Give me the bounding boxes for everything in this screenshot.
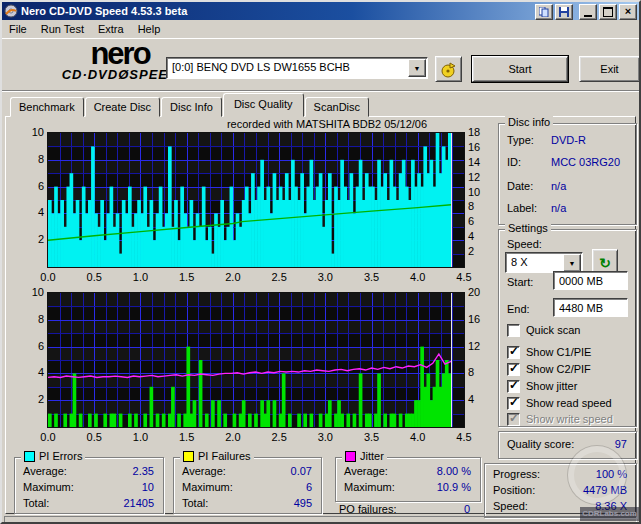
axis-tick-label: 12 [468,171,490,183]
axis-tick-label: 2.5 [269,271,289,283]
end-position-input[interactable] [553,298,628,317]
app-icon [4,4,18,18]
drive-select-value: [0:0] BENQ DVD LS DW1655 BCHB [172,61,350,73]
check-icon: ✓ [509,411,519,425]
tab-benchmark[interactable]: Benchmark [10,97,84,117]
menu-run-test[interactable]: Run Test [34,21,91,37]
axis-tick-label: 8 [22,153,44,165]
axis-tick-label: 0.0 [38,431,58,443]
floppy-icon [559,7,569,17]
tab-disc-info[interactable]: Disc Info [161,97,222,117]
clipboard-button[interactable] [535,4,553,20]
jitter-color-swatch [345,451,356,462]
maximize-icon [603,7,613,17]
axis-tick-label: 10 [22,126,44,138]
axis-tick-label: 6 [22,180,44,192]
quick-scan-checkbox[interactable]: ✓ Quick scan [507,323,580,337]
jitter-stats-box: Jitter Average:8.00 % Maximum:10.9 % [335,457,481,502]
tab-disc-quality[interactable]: Disc Quality [223,93,304,117]
axis-tick-label: 4 [22,366,44,378]
position-value: 4479 MB [583,484,627,496]
checkbox-box: ✓ [507,413,520,426]
menu-extra[interactable]: Extra [91,21,131,37]
axis-tick-label: 8 [468,366,490,378]
start-button[interactable]: Start [472,56,568,82]
axis-tick-label: 8 [468,200,490,212]
eject-disc-icon [440,61,457,78]
pi-failures-stats-box: PI Failures Average:0.07 Maximum:6 Total… [173,457,322,514]
tab-scandisc[interactable]: ScanDisc [305,97,369,117]
axis-tick-label: 4.0 [408,271,428,283]
close-button[interactable]: × [619,4,637,20]
axis-tick-label: 4.5 [454,271,474,283]
axis-tick-label: 2.0 [223,271,243,283]
save-button[interactable] [555,4,573,20]
end-position-label: End: [507,303,530,315]
disc-info-groupbox: Disc info Type:DVD-R ID:MCC 03RG20 Date:… [498,123,637,225]
disc-label-value: n/a [551,202,566,214]
disc-label-label: Label: [507,202,537,214]
axis-tick-label: 3.5 [362,271,382,283]
check-icon: ✓ [509,378,519,392]
exit-button[interactable]: Exit [579,56,640,82]
axis-tick-label: 4 [468,393,490,405]
checkbox-box: ✓ [507,346,520,359]
start-position-input[interactable] [553,271,628,290]
pif-maximum-value: 6 [306,481,312,493]
pi-failures-color-swatch [183,451,194,462]
check-icon: ✓ [509,344,519,358]
tab-strip: Benchmark Create Disc Disc Info Disc Qua… [10,96,370,117]
disc-date-value: n/a [551,180,566,192]
axis-tick-label: 12 [468,340,490,352]
header-divider [2,90,639,92]
eject-disc-button[interactable] [435,56,462,82]
menu-help[interactable]: Help [131,21,168,37]
jitter-average-value: 8.00 % [437,465,471,477]
speed-select[interactable]: 8 X ▼ [505,252,583,273]
progress-value: 100 % [596,468,627,480]
speed-readout-label: Speed: [493,500,528,512]
axis-tick-label: 10 [22,286,44,298]
show-read-speed-checkbox[interactable]: ✓ Show read speed [507,396,612,410]
pi-failures-jitter-chart-canvas [47,292,465,428]
position-label: Position: [493,484,535,496]
settings-groupbox: Settings Speed: 8 X ▼ ↻ Start: End: ✓ Qu… [498,229,637,427]
tab-create-disc[interactable]: Create Disc [85,97,160,117]
axis-tick-label: 0.0 [38,271,58,283]
axis-tick-label: 1.0 [130,431,150,443]
pie-total-value: 21405 [123,497,154,509]
settings-legend: Settings [505,222,551,234]
checkbox-box: ✓ [507,397,520,410]
menu-file[interactable]: File [2,21,34,37]
drive-select-arrow-button[interactable]: ▼ [408,59,426,77]
titlebar-buttons: × [533,4,637,20]
axis-tick-label: 1.5 [177,431,197,443]
speed-select-arrow-button[interactable]: ▼ [563,254,581,272]
pie-maximum-value: 10 [142,481,154,493]
drive-select[interactable]: [0:0] BENQ DVD LS DW1655 BCHB ▼ [166,57,428,79]
quality-score-label: Quality score: [507,438,574,450]
chevron-down-icon: ▼ [414,65,421,72]
jitter-legend: Jitter [342,450,387,462]
axis-tick-label: 0.5 [84,431,104,443]
minimize-button[interactable] [579,4,597,20]
po-failures-value: 0 [464,503,470,515]
maximize-button[interactable] [599,4,617,20]
clipboard-icon [539,7,549,17]
progress-box: Progress:100 % Position:4479 MB Speed:8.… [484,463,637,518]
show-jitter-checkbox[interactable]: ✓ Show jitter [507,379,577,393]
axis-tick-label: 2 [468,245,490,257]
axis-tick-label: 1.0 [130,271,150,283]
disc-info-legend: Disc info [505,116,553,128]
chevron-down-icon: ▼ [569,260,576,267]
axis-tick-label: 6 [22,340,44,352]
pie-average-value: 2.35 [133,465,154,477]
axis-tick-label: 8 [22,313,44,325]
axis-tick-label: 18 [468,126,490,138]
axis-tick-label: 10 [468,186,490,198]
show-c1-pie-checkbox[interactable]: ✓ Show C1/PIE [507,345,591,359]
checkbox-box: ✓ [507,324,520,337]
axis-tick-label: 4.0 [408,431,428,443]
show-c2-pif-checkbox[interactable]: ✓ Show C2/PIF [507,362,591,376]
disc-type-value: DVD-R [551,134,586,146]
